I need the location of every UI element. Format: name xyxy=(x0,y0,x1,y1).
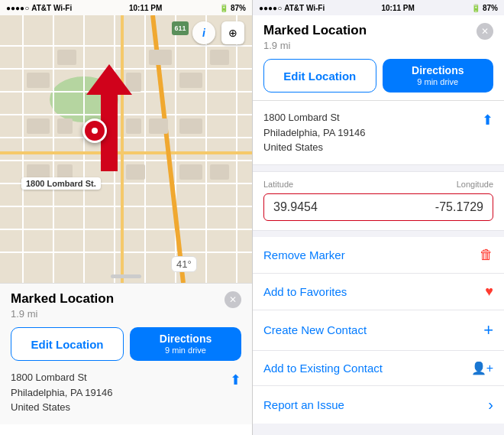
battery-info-right: 🔋 87% xyxy=(471,4,498,12)
action-buttons-left: Edit Location Directions 9 min drive xyxy=(11,327,241,361)
close-button-left[interactable]: ✕ xyxy=(225,291,241,308)
battery-pct-left: 87% xyxy=(231,4,246,12)
svg-rect-37 xyxy=(210,164,229,180)
battery-pct-right: 87% xyxy=(483,4,498,12)
signal-dots: ●●●●○ xyxy=(6,4,29,12)
carrier-name-right: AT&T Wi-Fi xyxy=(284,4,325,12)
carrier-info-right: ●●●●○ AT&T Wi-Fi xyxy=(259,4,325,12)
time-left: 10:11 PM xyxy=(129,4,162,12)
svg-rect-36 xyxy=(179,164,202,180)
drag-handle[interactable] xyxy=(111,274,141,278)
address-section-right: 1800 Lombard St Philadelphia, PA 19146 U… xyxy=(253,101,504,165)
location-distance-left: 1.9 mi xyxy=(11,308,241,320)
signal-dots-right: ●●●●○ xyxy=(259,4,282,12)
temperature-badge: 41° xyxy=(171,256,197,272)
add-favorites-label: Add to Favorites xyxy=(263,285,347,298)
right-panel: ●●●●○ AT&T Wi-Fi 10:11 PM 🔋 87% ✕ Marked… xyxy=(252,0,504,435)
battery-icon-right: 🔋 xyxy=(471,4,480,12)
create-contact-item[interactable]: Create New Contact + xyxy=(253,310,504,351)
latitude-label: Latitude xyxy=(263,180,293,189)
time-right: 10:11 PM xyxy=(381,4,414,12)
longitude-label: Longitude xyxy=(457,180,493,189)
svg-rect-29 xyxy=(149,118,168,134)
svg-rect-26 xyxy=(27,118,50,134)
svg-rect-30 xyxy=(179,73,202,88)
battery-icon-left: 🔋 xyxy=(219,4,228,12)
trash-icon: 🗑 xyxy=(480,247,493,263)
directions-button-left[interactable]: Directions 9 min drive xyxy=(130,327,241,361)
add-existing-contact-label: Add to Existing Contact xyxy=(263,362,383,375)
action-buttons-right: Edit Location Directions 9 min drive xyxy=(263,59,493,93)
create-contact-label: Create New Contact xyxy=(263,323,367,336)
edit-location-button-right[interactable]: Edit Location xyxy=(263,59,376,93)
remove-marker-label: Remove Marker xyxy=(263,248,345,261)
add-existing-contact-item[interactable]: Add to Existing Contact 👤+ xyxy=(253,351,504,386)
map-view[interactable]: 611 i ⊕ 1800 Lombard St. 41° xyxy=(0,0,252,283)
location-title-right: Marked Location xyxy=(263,23,493,38)
report-issue-item[interactable]: Report an Issue › xyxy=(253,386,504,424)
edit-location-button-left[interactable]: Edit Location xyxy=(11,327,124,361)
coords-labels: Latitude Longitude xyxy=(263,180,493,189)
address-text-right: 1800 Lombard St Philadelphia, PA 19146 U… xyxy=(263,110,365,155)
address-text-left: 1800 Lombard St Philadelphia, PA 19146 U… xyxy=(11,370,112,415)
map-location-label: 1800 Lombard St. xyxy=(21,177,101,190)
battery-info-left: 🔋 87% xyxy=(219,4,246,12)
left-panel: ●●●●○ AT&T Wi-Fi 10:11 PM 🔋 87% xyxy=(0,0,252,435)
svg-rect-31 xyxy=(210,50,229,65)
info-icon: i xyxy=(202,27,205,39)
share-button-left[interactable]: ⬆ xyxy=(230,372,241,388)
directions-button-right[interactable]: Directions 9 min drive xyxy=(383,59,494,93)
svg-rect-22 xyxy=(27,73,50,88)
direction-arrow xyxy=(86,141,132,171)
right-header: ✕ Marked Location 1.9 mi Edit Location D… xyxy=(253,15,504,101)
pin-dot xyxy=(92,128,98,134)
remove-marker-item[interactable]: Remove Marker 🗑 xyxy=(253,237,504,274)
compass-icon: ⊕ xyxy=(228,27,237,39)
svg-rect-23 xyxy=(57,50,76,65)
arrow-head xyxy=(86,64,132,95)
action-list: Remove Marker 🗑 Add to Favorites ♥ Creat… xyxy=(253,237,504,424)
address-row-left: 1800 Lombard St Philadelphia, PA 19146 U… xyxy=(11,370,241,415)
location-title-left: Marked Location xyxy=(11,291,241,307)
pin-circle xyxy=(82,118,107,143)
bottom-sheet-left: ✕ Marked Location 1.9 mi Edit Location D… xyxy=(0,283,252,424)
heart-icon: ♥ xyxy=(485,284,493,300)
chevron-icon: › xyxy=(488,396,493,414)
location-distance-right: 1.9 mi xyxy=(263,40,493,51)
svg-rect-27 xyxy=(57,118,73,134)
map-pin[interactable] xyxy=(82,118,107,143)
status-bar-left: ●●●●○ AT&T Wi-Fi 10:11 PM 🔋 87% xyxy=(0,0,252,15)
coordinates-section: Latitude Longitude 39.9454 -75.1729 xyxy=(253,171,504,231)
person-plus-icon: 👤+ xyxy=(471,361,493,375)
latitude-value: 39.9454 xyxy=(273,200,318,214)
report-issue-label: Report an Issue xyxy=(263,398,344,411)
svg-rect-32 xyxy=(179,118,202,134)
carrier-name: AT&T Wi-Fi xyxy=(31,4,72,12)
svg-rect-25 xyxy=(149,50,172,65)
longitude-value: -75.1729 xyxy=(435,200,483,214)
svg-text:611: 611 xyxy=(174,24,186,32)
info-button[interactable]: i xyxy=(192,21,215,44)
status-bar-right: ●●●●○ AT&T Wi-Fi 10:11 PM 🔋 87% xyxy=(253,0,504,15)
close-button-right[interactable]: ✕ xyxy=(477,23,493,40)
coords-values-box: 39.9454 -75.1729 xyxy=(263,193,493,221)
share-button-right[interactable]: ⬆ xyxy=(482,112,493,128)
detail-scroll[interactable]: 1800 Lombard St Philadelphia, PA 19146 U… xyxy=(253,101,504,435)
plus-icon: + xyxy=(483,320,493,340)
svg-rect-28 xyxy=(126,118,141,134)
add-favorites-item[interactable]: Add to Favorites ♥ xyxy=(253,274,504,310)
carrier-info: ●●●●○ AT&T Wi-Fi xyxy=(6,4,72,12)
compass-button[interactable]: ⊕ xyxy=(221,21,244,44)
